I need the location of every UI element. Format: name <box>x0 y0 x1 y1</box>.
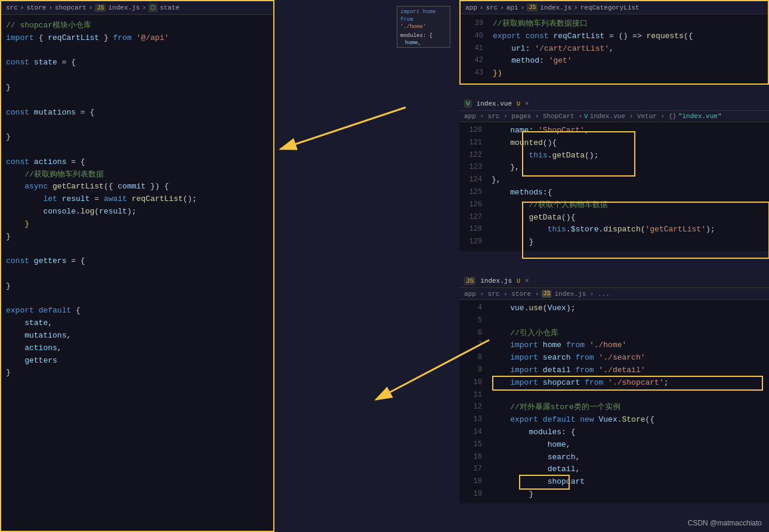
vue-icon-mid: V <box>464 100 472 108</box>
code-line: 7 import home from './home' <box>459 339 769 352</box>
main-container: src › store › shopcart › JS index.js › ⬡… <box>0 0 769 532</box>
code-line: 125 methods:{ <box>459 187 769 199</box>
code-line: 120 name: 'ShopCart', <box>459 125 769 137</box>
js-icon-bot: JS <box>464 277 475 285</box>
code-line: async getCartList({ commit }) { <box>1 181 273 193</box>
code-line: mutations, <box>1 330 273 342</box>
code-line: const getters = { <box>1 255 273 268</box>
code-line: 42 method: 'get' <box>461 55 768 67</box>
code-line: // shopcar模块小仓库 <box>1 20 273 32</box>
thumbnail-area: import home from './home' modules: { hom… <box>397 6 450 48</box>
code-line: 39 //获取购物车列表数据接口 <box>461 18 768 30</box>
code-line: 10 import shopcart from './shopcart'; <box>459 377 769 389</box>
code-line: 11 <box>459 389 769 402</box>
js-icon-top: JS <box>527 4 538 11</box>
watermark: CSDN @matmacchiato <box>688 519 762 527</box>
code-line: 41 url: '/cart/cartList', <box>461 43 768 55</box>
code-line: 121 mounted(){ <box>459 137 769 150</box>
left-breadcrumb: src › store › shopcart › JS index.js › ⬡… <box>1 1 273 15</box>
code-line: export default { <box>1 305 273 317</box>
code-line: //获取购物车列表数据 <box>1 169 273 181</box>
code-line: 4 vue.use(Vuex); <box>459 302 769 315</box>
right-top-code: 39 //获取购物车列表数据接口 40 export const reqCart… <box>461 14 768 83</box>
code-line: const mutations = { <box>1 107 273 119</box>
unsaved-dot: U <box>517 101 520 107</box>
right-mid-panel: V index.vue U × app › src › pages › Shop… <box>459 97 769 251</box>
code-line <box>1 69 273 82</box>
code-line: let result = await reqCartList(); <box>1 193 273 206</box>
code-line: 122 this.getData(); <box>459 150 769 162</box>
code-line: 124 }, <box>459 174 769 187</box>
code-line <box>1 119 273 131</box>
code-line: 18 shopcart <box>459 476 769 488</box>
code-line: } <box>1 367 273 379</box>
right-bot-breadcrumb: app › src › store › JS index.js › ... <box>459 288 769 300</box>
code-line <box>1 268 273 280</box>
code-line: 128 this.$store.dispatch('getCartList'); <box>459 224 769 236</box>
code-line: 15 home, <box>459 439 769 451</box>
right-mid-breadcrumb: app › src › pages › ShopCart › V index.v… <box>459 111 769 122</box>
code-line: 17 detail, <box>459 463 769 476</box>
code-line: 126 //获取个人购物车数据 <box>459 199 769 212</box>
code-line: 8 import search from './search' <box>459 352 769 364</box>
right-mid-tab-bar: V index.vue U × <box>459 97 769 111</box>
code-line <box>1 293 273 305</box>
breadcrumb-src: src <box>6 4 18 11</box>
code-line: 14 modules: { <box>459 426 769 439</box>
state-icon: ⬡ <box>149 4 157 12</box>
code-line: } <box>1 82 273 94</box>
code-line: console.log(result); <box>1 206 273 218</box>
code-line: 129 } <box>459 236 769 249</box>
left-code-area: // shopcar模块小仓库 import { reqCartList } f… <box>1 15 273 384</box>
right-bot-tab-bar: JS index.js U × <box>459 274 769 288</box>
code-line: 16 search, <box>459 451 769 464</box>
code-line: 43 }) <box>461 67 768 80</box>
close-tab-mid[interactable]: × <box>525 100 529 107</box>
code-line: } <box>1 131 273 144</box>
code-line: 19 } <box>459 488 769 501</box>
right-bot-code: 4 vue.use(Vuex); 5 6 //引入小仓库 7 import ho… <box>459 300 769 503</box>
code-line: 12 //对外暴露store类的一个实例 <box>459 401 769 414</box>
code-line <box>1 243 273 255</box>
code-line: state, <box>1 317 273 330</box>
code-line: 40 export const reqCartList = () => requ… <box>461 30 768 43</box>
code-line: } <box>1 231 273 243</box>
right-bot-panel: JS index.js U × app › src › store › JS i… <box>459 274 769 503</box>
code-line: const state = { <box>1 57 273 69</box>
code-line: 6 //引入小仓库 <box>459 327 769 340</box>
close-tab-bot[interactable]: × <box>525 277 529 284</box>
code-line: 123 }, <box>459 162 769 174</box>
right-top-panel: app › src › api › JS index.js › reqCateg… <box>459 0 769 85</box>
code-line: 13 export default new Vuex.Store({ <box>459 414 769 426</box>
code-line: 9 import detail from './detail' <box>459 364 769 377</box>
right-mid-code: 120 name: 'ShopCart', 121 mounted(){ 122… <box>459 122 769 251</box>
code-line: 5 <box>459 315 769 327</box>
code-line: 127 getData(){ <box>459 212 769 224</box>
left-panel: src › store › shopcart › JS index.js › ⬡… <box>0 0 274 532</box>
code-line: actions, <box>1 342 273 355</box>
right-top-breadcrumb: app › src › api › JS index.js › reqCateg… <box>461 1 768 14</box>
js-icon-left: JS <box>95 4 106 12</box>
code-line <box>1 45 273 57</box>
code-line: import { reqCartList } from '@/api' <box>1 32 273 45</box>
svg-line-2 <box>280 107 406 149</box>
code-line: const actions = { <box>1 156 273 169</box>
unsaved-dot-bot: U <box>517 278 520 284</box>
code-line <box>1 94 273 107</box>
code-line: getters <box>1 355 273 367</box>
code-line: } <box>1 218 273 231</box>
code-line <box>1 144 273 156</box>
code-line: } <box>1 280 273 293</box>
